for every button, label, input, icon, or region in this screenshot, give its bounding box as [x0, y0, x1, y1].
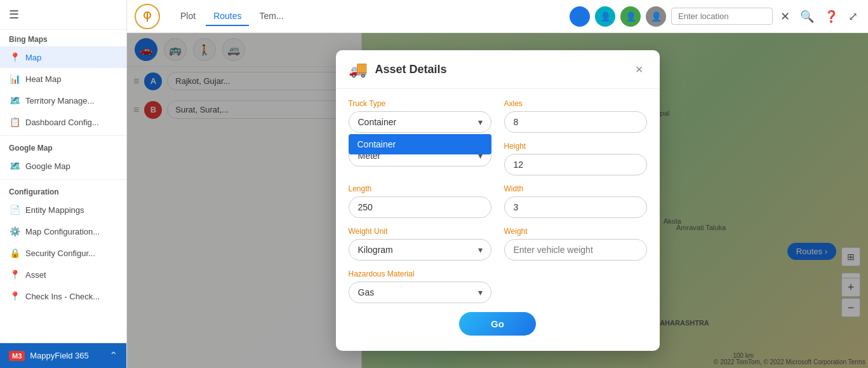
asset-icon: 📍 [9, 269, 20, 280]
hazardous-spacer [504, 269, 647, 303]
sidebar-footer[interactable]: M3 MappyField 365 ⌃ [0, 343, 126, 368]
hazardous-field: Hazardous Material Gas Flammable Explosi… [349, 269, 491, 303]
sidebar-item-territory-label: Territory Manage... [25, 96, 94, 106]
app-logo [135, 4, 160, 29]
tab-routes[interactable]: Routes [206, 7, 249, 26]
help-btn[interactable]: ❓ [822, 7, 841, 26]
clear-location-btn[interactable]: ✕ [778, 7, 792, 26]
sidebar-item-asset-label: Asset [25, 270, 46, 280]
sidebar-item-dashboard-config[interactable]: 📋 Dashboard Config... [0, 111, 126, 133]
sidebar-item-entity-mappings[interactable]: 📄 Entity Mappings [0, 199, 126, 221]
nav-user-btn-2[interactable]: 👤 [595, 6, 615, 27]
axles-input[interactable] [504, 111, 647, 133]
sidebar-item-entity-label: Entity Mappings [25, 205, 84, 215]
asset-details-modal: 🚚 Asset Details × Truck Type [336, 50, 660, 351]
truck-type-option-container[interactable]: Container [349, 134, 491, 154]
truck-type-dropdown-list: Container [349, 134, 491, 154]
tab-plot[interactable]: Plot [173, 7, 203, 26]
modal-row-4: Weight Unit Kilogram Pound Ton [349, 227, 647, 261]
section-configuration: Configuration [0, 182, 126, 199]
sidebar-item-security-label: Security Configur... [25, 249, 95, 258]
sidebar-item-map-config-label: Map Configuration... [25, 227, 100, 236]
length-field: Length [349, 184, 491, 218]
location-input[interactable] [671, 8, 773, 25]
hazardous-label: Hazardous Material [349, 269, 491, 278]
tab-tem[interactable]: Tem... [251, 7, 291, 26]
section-bing-maps: Bing Maps [0, 30, 126, 46]
modal-row-1: Truck Type Container Flatbed Tanker [349, 99, 647, 133]
modal-body: Truck Type Container Flatbed Tanker [336, 89, 660, 351]
truck-type-dropdown: Container Flatbed Tanker Container [349, 111, 491, 133]
hamburger-menu[interactable]: ☰ [9, 8, 19, 21]
modal-row-5: Hazardous Material Gas Flammable Explosi… [349, 269, 647, 303]
google-map-icon: 🗺️ [9, 160, 20, 172]
width-input[interactable] [504, 196, 647, 218]
logo-area [135, 4, 160, 29]
section-google-map: Google Map [0, 139, 126, 155]
modal-title: Asset Details [375, 63, 624, 76]
sidebar-item-check-ins[interactable]: 📍 Check Ins - Check... [0, 285, 126, 307]
height-input[interactable] [504, 154, 647, 175]
sidebar-item-asset[interactable]: 📍 Asset [0, 264, 126, 285]
nav-right: 👤 👤 👤 👤 ✕ 🔍 ❓ ⤢ [570, 6, 860, 27]
width-label: Width [504, 184, 647, 193]
dashboard-icon: 📋 [9, 116, 20, 128]
weight-label: Weight [504, 227, 647, 236]
go-button[interactable]: Go [459, 312, 536, 336]
modal-overlay: 🚚 Asset Details × Truck Type [127, 33, 868, 368]
main-content: Plot Routes Tem... 👤 👤 👤 👤 ✕ 🔍 ❓ ⤢ [127, 0, 868, 368]
sidebar-item-map[interactable]: 📍 Map [0, 46, 126, 68]
map-config-icon: ⚙️ [9, 226, 20, 237]
axles-label: Axles [504, 99, 647, 108]
length-input[interactable] [349, 196, 491, 218]
modal-close-btn[interactable]: × [632, 61, 647, 78]
truck-icon: 🚚 [349, 60, 368, 78]
footer-expand-icon[interactable]: ⌃ [109, 350, 117, 362]
entity-icon: 📄 [9, 204, 20, 215]
nav-user-btn-4[interactable]: 👤 [646, 6, 666, 27]
weight-field: Weight [504, 227, 647, 261]
sidebar-item-security[interactable]: 🔒 Security Configur... [0, 242, 126, 264]
security-icon: 🔒 [9, 247, 20, 259]
height-field: Height [504, 142, 647, 175]
nav-user-btn-3[interactable]: 👤 [620, 6, 641, 27]
width-field: Width [504, 184, 647, 218]
sidebar-item-heat-map-label: Heat Map [25, 74, 61, 84]
footer-badge: M3 [9, 351, 25, 361]
hazardous-select[interactable]: Gas Flammable Explosive [349, 282, 491, 303]
map-area: 🚗 🚌 🚶 🚐 ≡ A ≡ B [127, 33, 868, 368]
truck-type-select[interactable]: Container Flatbed Tanker [349, 111, 491, 133]
sidebar-item-dashboard-label: Dashboard Config... [25, 118, 99, 127]
territory-icon: 🗺️ [9, 95, 20, 106]
sidebar-item-map-configuration[interactable]: ⚙️ Map Configuration... [0, 221, 126, 242]
weight-unit-label: Weight Unit [349, 227, 491, 236]
top-nav: Plot Routes Tem... 👤 👤 👤 👤 ✕ 🔍 ❓ ⤢ [127, 0, 868, 33]
truck-type-field: Truck Type Container Flatbed Tanker [349, 99, 491, 133]
sidebar-item-check-ins-label: Check Ins - Check... [25, 292, 100, 301]
expand-btn[interactable]: ⤢ [846, 7, 860, 26]
map-background: 🚗 🚌 🚶 🚐 ≡ A ≡ B [127, 33, 868, 368]
truck-type-select-wrapper: Container Flatbed Tanker [349, 111, 491, 133]
height-label: Height [504, 142, 647, 151]
heat-map-icon: 📊 [9, 73, 20, 85]
weight-unit-field: Weight Unit Kilogram Pound Ton [349, 227, 491, 261]
truck-type-label: Truck Type [349, 99, 491, 108]
weight-input[interactable] [504, 239, 647, 261]
check-ins-icon: 📍 [9, 290, 20, 302]
sidebar-item-google-map-label: Google Map [25, 161, 70, 171]
sidebar-item-map-label: Map [25, 53, 41, 62]
map-icon: 📍 [9, 51, 20, 63]
footer-app-name: MappyField 365 [30, 351, 104, 360]
sidebar-item-google-map[interactable]: 🗺️ Google Map [0, 155, 126, 177]
search-btn[interactable]: 🔍 [798, 7, 817, 26]
modal-header: 🚚 Asset Details × [336, 50, 660, 89]
axles-field: Axles [504, 99, 647, 133]
nav-tabs: Plot Routes Tem... [173, 7, 557, 25]
sidebar-item-territory-manage[interactable]: 🗺️ Territory Manage... [0, 90, 126, 111]
sidebar: ☰ Bing Maps 📍 Map 📊 Heat Map 🗺️ Territor… [0, 0, 127, 368]
sidebar-item-heat-map[interactable]: 📊 Heat Map [0, 68, 126, 90]
hazardous-select-wrapper: Gas Flammable Explosive [349, 282, 491, 303]
weight-unit-select[interactable]: Kilogram Pound Ton [349, 239, 491, 261]
nav-user-btn-1[interactable]: 👤 [570, 6, 590, 27]
modal-row-3: Length Width [349, 184, 647, 218]
